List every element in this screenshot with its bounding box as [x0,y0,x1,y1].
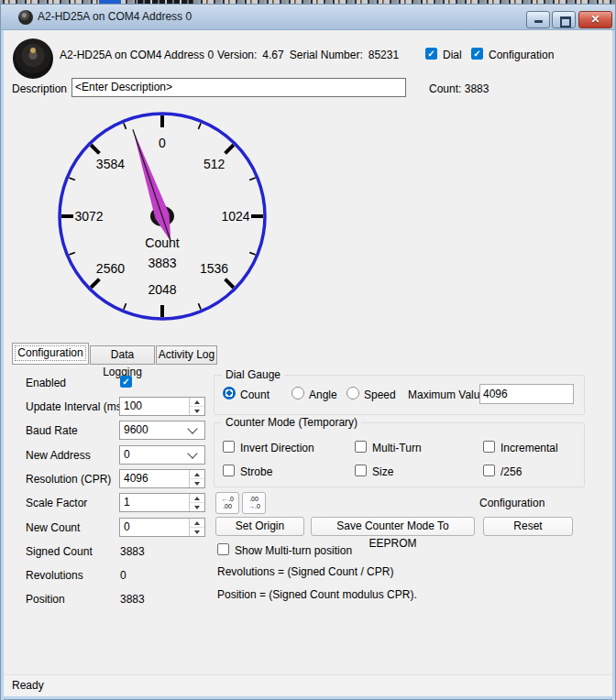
spin-up-icon [194,497,200,500]
arrow-right-icon: → [248,502,255,510]
baud-rate-label: Baud Rate [26,423,78,438]
radio-angle-label: Angle [309,388,337,402]
dial-tick-label: 1536 [200,261,228,276]
window-frame-bottom [4,696,612,700]
dial-center-label: Count [145,235,179,250]
close-icon: ✕ [579,12,611,27]
configuration-checkbox-label: Configuration [489,48,554,62]
description-input[interactable]: <Enter Description> [72,78,406,97]
revolutions-label: Revolutions [26,568,83,583]
chevron-down-icon [187,423,197,433]
maximum-value-input[interactable]: 4096 [479,384,574,404]
window-frame-right [612,30,616,700]
scale-factor-input[interactable]: 1 [119,493,205,512]
save-eeprom-button[interactable]: Save Counter Mode To EEPROM [311,517,475,536]
version-value: 4.67 [262,49,283,61]
invert-direction-checkbox[interactable] [223,441,235,453]
update-interval-input[interactable]: 100 [119,397,205,416]
close-button[interactable]: ✕ [578,11,612,28]
configuration-checkbox[interactable] [471,48,483,60]
spin-down-icon [194,530,200,534]
tab-activity-log-label: Activity Log [157,346,216,364]
spin-down-icon [194,482,200,486]
arrow-left-icon: ← [221,495,228,503]
radio-speed[interactable] [346,387,359,399]
window-icon [18,10,33,25]
description-label: Description [12,82,67,96]
radio-angle[interactable] [292,387,304,399]
resolution-label: Resolution (CPR) [26,472,111,487]
decimal-decrease-button[interactable]: ←.0 .00 [215,492,239,514]
dial-tick-label: 512 [204,157,226,171]
signed-count-label: Signed Count [26,544,93,559]
dial-minor-tick [198,123,201,128]
title-bar[interactable]: A2-HD25A on COM4 Address 0 ✕ [0,4,616,30]
update-interval-spinner[interactable] [189,398,204,415]
minimize-button[interactable] [526,11,550,28]
new-address-dropdown[interactable]: 0 [119,445,205,465]
strobe-label: Strobe [240,465,272,479]
revolutions-formula: Revolutions = (Signed Count / CPR) [217,564,393,579]
dial-minor-tick [249,252,255,255]
show-multiturn-checkbox[interactable] [217,543,229,555]
size-checkbox[interactable] [355,465,367,476]
radio-count[interactable] [223,387,236,399]
new-address-value: 0 [120,446,189,464]
tab-data-logging[interactable]: Data Logging [90,345,155,365]
div256-checkbox[interactable] [483,465,495,476]
count-value: 3883 [465,82,490,95]
resolution-value: 4096 [120,470,189,487]
new-count-input[interactable]: 0 [119,518,205,537]
multi-turn-label: Multi-Turn [372,441,422,455]
resolution-input[interactable]: 4096 [119,469,205,488]
configuration-section-label: Configuration [479,496,544,510]
spin-up-icon [194,473,200,476]
dial-minor-tick [69,252,74,255]
dial-center-value: 3883 [148,256,176,270]
set-origin-label: Set Origin [216,518,303,535]
dial-minor-tick [124,303,126,309]
radio-speed-label: Speed [364,388,396,402]
reset-button[interactable]: Reset [483,517,573,536]
dial-gauge-group-title: Dial Gauge [222,368,284,381]
dial-minor-tick [69,178,74,180]
window-title: A2-HD25A on COM4 Address 0 [38,5,192,29]
position-value: 3883 [120,592,145,607]
resolution-spinner[interactable] [189,470,204,487]
enabled-checkbox[interactable] [120,376,132,388]
serial-label: Serial Number: [290,49,363,61]
radio-count-label: Count [240,388,270,402]
baud-rate-dropdown[interactable]: 9600 [119,421,205,440]
serial-value: 85231 [368,49,399,61]
size-label: Size [372,465,393,479]
strobe-checkbox[interactable] [223,465,235,476]
new-count-label: New Count [26,520,80,535]
incremental-label: Incremental [500,441,558,455]
scale-factor-label: Scale Factor [26,496,87,510]
maximize-button[interactable] [552,11,576,28]
new-count-spinner[interactable] [189,519,204,536]
spin-up-icon [194,521,200,525]
dial-minor-tick [249,178,255,180]
incremental-checkbox[interactable] [483,441,495,453]
update-interval-label: Update Interval (ms) [26,399,126,414]
dial-tick-label: 3584 [96,157,125,171]
spin-down-icon [194,410,200,413]
scale-factor-spinner[interactable] [189,494,204,511]
multi-turn-checkbox[interactable] [355,441,367,453]
set-origin-button[interactable]: Set Origin [215,517,304,536]
decimal-increase-button[interactable]: .00 →.0 [242,492,266,514]
new-count-value: 0 [120,519,189,536]
dial-checkbox[interactable] [425,48,437,60]
position-label: Position [26,592,65,607]
dial-gauge: 0512102415362048256030723584Count3883 [50,107,275,327]
enabled-label: Enabled [26,376,66,390]
chevron-down-icon [187,448,197,458]
tab-activity-log[interactable]: Activity Log [156,345,217,365]
new-address-label: New Address [26,448,91,463]
dial-checkbox-label: Dial [443,48,462,62]
tab-configuration[interactable]: Configuration [12,343,89,365]
dial-tick-label: 2560 [96,261,125,276]
count-label: Count: [429,82,461,95]
dial-major-tick [91,145,99,153]
